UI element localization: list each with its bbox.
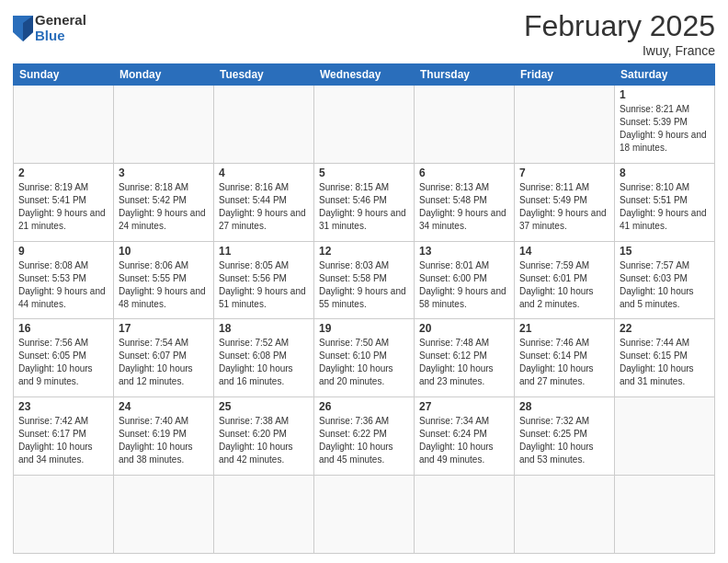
col-saturday: Saturday xyxy=(615,64,715,86)
day-number: 4 xyxy=(219,167,309,179)
calendar-row: 2Sunrise: 8:19 AM Sunset: 5:41 PM Daylig… xyxy=(14,163,715,241)
table-row: 20Sunrise: 7:48 AM Sunset: 6:12 PM Dayli… xyxy=(415,319,515,397)
day-info: Sunrise: 8:01 AM Sunset: 6:00 PM Dayligh… xyxy=(419,259,509,311)
table-row: 26Sunrise: 7:36 AM Sunset: 6:22 PM Dayli… xyxy=(314,397,415,476)
table-row: 10Sunrise: 8:06 AM Sunset: 5:55 PM Dayli… xyxy=(114,241,214,319)
day-info: Sunrise: 7:34 AM Sunset: 6:24 PM Dayligh… xyxy=(419,415,509,466)
day-number: 7 xyxy=(519,167,609,179)
col-thursday: Thursday xyxy=(415,64,515,86)
day-number: 14 xyxy=(519,245,609,258)
day-number: 27 xyxy=(419,400,509,413)
table-row: 15Sunrise: 7:57 AM Sunset: 6:03 PM Dayli… xyxy=(615,241,715,319)
calendar-header: Sunday Monday Tuesday Wednesday Thursday… xyxy=(14,64,715,86)
table-row: 21Sunrise: 7:46 AM Sunset: 6:14 PM Dayli… xyxy=(515,319,615,397)
table-row: 9Sunrise: 8:08 AM Sunset: 5:53 PM Daylig… xyxy=(14,241,114,319)
table-row xyxy=(515,476,615,554)
day-number: 6 xyxy=(419,167,509,179)
logo: General Blue xyxy=(13,13,86,43)
location: Iwuy, France xyxy=(524,43,715,58)
day-number: 17 xyxy=(119,322,209,335)
day-info: Sunrise: 8:21 AM Sunset: 5:39 PM Dayligh… xyxy=(620,103,710,155)
calendar-row: 16Sunrise: 7:56 AM Sunset: 6:05 PM Dayli… xyxy=(14,319,715,397)
day-info: Sunrise: 8:05 AM Sunset: 5:56 PM Dayligh… xyxy=(219,259,309,311)
table-row: 2Sunrise: 8:19 AM Sunset: 5:41 PM Daylig… xyxy=(14,163,114,241)
table-row xyxy=(14,476,114,554)
table-row: 7Sunrise: 8:11 AM Sunset: 5:49 PM Daylig… xyxy=(515,163,615,241)
table-row: 1Sunrise: 8:21 AM Sunset: 5:39 PM Daylig… xyxy=(615,86,715,164)
calendar-row xyxy=(14,476,715,554)
day-info: Sunrise: 7:48 AM Sunset: 6:12 PM Dayligh… xyxy=(419,337,509,388)
table-row: 18Sunrise: 7:52 AM Sunset: 6:08 PM Dayli… xyxy=(214,319,314,397)
table-row: 16Sunrise: 7:56 AM Sunset: 6:05 PM Dayli… xyxy=(14,319,114,397)
day-info: Sunrise: 8:03 AM Sunset: 5:58 PM Dayligh… xyxy=(319,259,409,311)
day-number: 13 xyxy=(419,245,509,258)
col-tuesday: Tuesday xyxy=(214,64,314,86)
table-row: 24Sunrise: 7:40 AM Sunset: 6:19 PM Dayli… xyxy=(114,397,214,476)
day-number: 19 xyxy=(319,322,409,335)
logo-icon xyxy=(13,16,33,41)
logo-text: General Blue xyxy=(35,13,86,43)
day-info: Sunrise: 7:54 AM Sunset: 6:07 PM Dayligh… xyxy=(119,337,209,388)
table-row: 14Sunrise: 7:59 AM Sunset: 6:01 PM Dayli… xyxy=(515,241,615,319)
day-number: 16 xyxy=(18,322,108,335)
month-title: February 2025 xyxy=(524,9,715,43)
day-info: Sunrise: 8:08 AM Sunset: 5:53 PM Dayligh… xyxy=(18,259,108,311)
day-info: Sunrise: 7:52 AM Sunset: 6:08 PM Dayligh… xyxy=(219,337,309,388)
day-info: Sunrise: 8:16 AM Sunset: 5:44 PM Dayligh… xyxy=(219,181,309,233)
table-row: 6Sunrise: 8:13 AM Sunset: 5:48 PM Daylig… xyxy=(415,163,515,241)
table-row xyxy=(415,86,515,164)
day-number: 1 xyxy=(620,88,710,101)
table-row: 11Sunrise: 8:05 AM Sunset: 5:56 PM Dayli… xyxy=(214,241,314,319)
table-row xyxy=(114,476,214,554)
day-number: 20 xyxy=(419,322,509,335)
day-number: 23 xyxy=(18,400,108,413)
day-number: 9 xyxy=(18,245,108,258)
calendar-body: 1Sunrise: 8:21 AM Sunset: 5:39 PM Daylig… xyxy=(14,86,715,554)
day-info: Sunrise: 8:15 AM Sunset: 5:46 PM Dayligh… xyxy=(319,181,409,233)
day-number: 28 xyxy=(519,400,609,413)
day-info: Sunrise: 7:50 AM Sunset: 6:10 PM Dayligh… xyxy=(319,337,409,388)
calendar-row: 1Sunrise: 8:21 AM Sunset: 5:39 PM Daylig… xyxy=(14,86,715,164)
calendar-row: 9Sunrise: 8:08 AM Sunset: 5:53 PM Daylig… xyxy=(14,241,715,319)
day-number: 12 xyxy=(319,245,409,258)
day-info: Sunrise: 8:11 AM Sunset: 5:49 PM Dayligh… xyxy=(519,181,609,233)
day-number: 3 xyxy=(119,167,209,179)
table-row: 27Sunrise: 7:34 AM Sunset: 6:24 PM Dayli… xyxy=(415,397,515,476)
table-row xyxy=(415,476,515,554)
col-wednesday: Wednesday xyxy=(314,64,415,86)
day-number: 18 xyxy=(219,322,309,335)
col-sunday: Sunday xyxy=(14,64,114,86)
day-info: Sunrise: 7:56 AM Sunset: 6:05 PM Dayligh… xyxy=(18,337,108,388)
day-info: Sunrise: 8:13 AM Sunset: 5:48 PM Dayligh… xyxy=(419,181,509,233)
table-row: 8Sunrise: 8:10 AM Sunset: 5:51 PM Daylig… xyxy=(615,163,715,241)
table-row xyxy=(314,476,415,554)
table-row: 19Sunrise: 7:50 AM Sunset: 6:10 PM Dayli… xyxy=(314,319,415,397)
day-info: Sunrise: 8:19 AM Sunset: 5:41 PM Dayligh… xyxy=(18,181,108,233)
day-number: 8 xyxy=(620,167,710,179)
table-row: 12Sunrise: 8:03 AM Sunset: 5:58 PM Dayli… xyxy=(314,241,415,319)
day-info: Sunrise: 8:10 AM Sunset: 5:51 PM Dayligh… xyxy=(620,181,710,233)
day-info: Sunrise: 8:06 AM Sunset: 5:55 PM Dayligh… xyxy=(119,259,209,311)
day-info: Sunrise: 7:46 AM Sunset: 6:14 PM Dayligh… xyxy=(519,337,609,388)
day-info: Sunrise: 7:59 AM Sunset: 6:01 PM Dayligh… xyxy=(519,259,609,311)
day-info: Sunrise: 7:57 AM Sunset: 6:03 PM Dayligh… xyxy=(620,259,710,311)
day-info: Sunrise: 7:32 AM Sunset: 6:25 PM Dayligh… xyxy=(519,415,609,466)
calendar-row: 23Sunrise: 7:42 AM Sunset: 6:17 PM Dayli… xyxy=(14,397,715,476)
day-info: Sunrise: 7:40 AM Sunset: 6:19 PM Dayligh… xyxy=(119,415,209,466)
day-info: Sunrise: 7:36 AM Sunset: 6:22 PM Dayligh… xyxy=(319,415,409,466)
day-info: Sunrise: 7:44 AM Sunset: 6:15 PM Dayligh… xyxy=(620,337,710,388)
table-row: 13Sunrise: 8:01 AM Sunset: 6:00 PM Dayli… xyxy=(415,241,515,319)
day-number: 10 xyxy=(119,245,209,258)
table-row xyxy=(14,86,114,164)
day-number: 24 xyxy=(119,400,209,413)
logo-blue: Blue xyxy=(35,29,86,44)
table-row xyxy=(615,476,715,554)
day-number: 21 xyxy=(519,322,609,335)
logo-general: General xyxy=(35,13,86,29)
day-number: 15 xyxy=(620,245,710,258)
day-number: 2 xyxy=(18,167,108,179)
day-info: Sunrise: 7:38 AM Sunset: 6:20 PM Dayligh… xyxy=(219,415,309,466)
calendar: Sunday Monday Tuesday Wednesday Thursday… xyxy=(13,63,715,554)
title-area: February 2025 Iwuy, France xyxy=(524,9,715,58)
day-number: 11 xyxy=(219,245,309,258)
